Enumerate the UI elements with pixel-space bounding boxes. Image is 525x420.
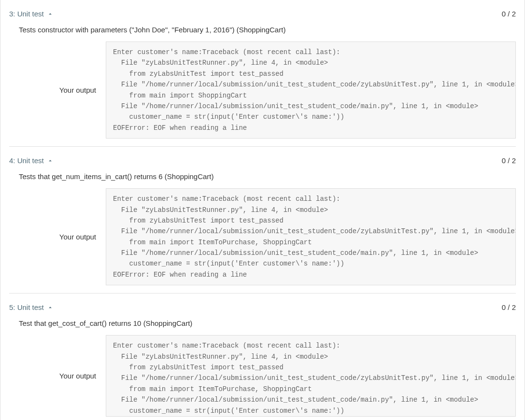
test-score: 0 / 2 [502,10,516,18]
test-title: 3: Unit test [9,10,44,18]
code-output[interactable]: Enter customer's name:Traceback (most re… [106,42,516,139]
test-header: 5: Unit test 0 / 2 [9,303,516,319]
output-row: Your output Enter customer's name:Traceb… [9,188,516,285]
code-text: Enter customer's name:Traceback (most re… [113,194,509,285]
output-row: Your output Enter customer's name:Traceb… [9,42,516,139]
code-text: Enter customer's name:Traceback (most re… [113,47,509,138]
test-results-container: 3: Unit test 0 / 2 Tests constructor wit… [0,0,525,420]
chevron-up-icon [47,157,54,164]
test-header: 3: Unit test 0 / 2 [9,10,516,26]
output-label: Your output [48,233,96,241]
test-block-4: 4: Unit test 0 / 2 Tests that get_num_it… [9,146,516,293]
code-text: Enter customer's name:Traceback (most re… [113,340,509,416]
chevron-up-icon [47,11,54,17]
test-score: 0 / 2 [502,303,516,311]
content-area: 3: Unit test 0 / 2 Tests constructor wit… [0,0,525,420]
test-title: 5: Unit test [9,303,44,311]
test-title: 4: Unit test [9,156,44,165]
test-block-3: 3: Unit test 0 / 2 Tests constructor wit… [9,0,516,146]
chevron-up-icon [47,304,54,311]
test-description: Tests constructor with parameters ("John… [9,26,516,42]
test-header: 4: Unit test 0 / 2 [9,156,516,172]
test-toggle[interactable]: 4: Unit test [9,156,54,165]
code-output[interactable]: Enter customer's name:Traceback (most re… [106,188,516,285]
test-description: Test that get_cost_of_cart() returns 10 … [9,319,516,335]
output-label: Your output [48,86,96,94]
output-row: Your output Enter customer's name:Traceb… [9,335,516,417]
test-toggle[interactable]: 5: Unit test [9,303,54,311]
test-score: 0 / 2 [502,156,516,165]
test-toggle[interactable]: 3: Unit test [9,10,54,18]
test-description: Tests that get_num_items_in_cart() retur… [9,172,516,188]
code-output[interactable]: Enter customer's name:Traceback (most re… [106,335,516,417]
test-block-5: 5: Unit test 0 / 2 Test that get_cost_of… [9,293,516,420]
output-label: Your output [48,372,96,380]
